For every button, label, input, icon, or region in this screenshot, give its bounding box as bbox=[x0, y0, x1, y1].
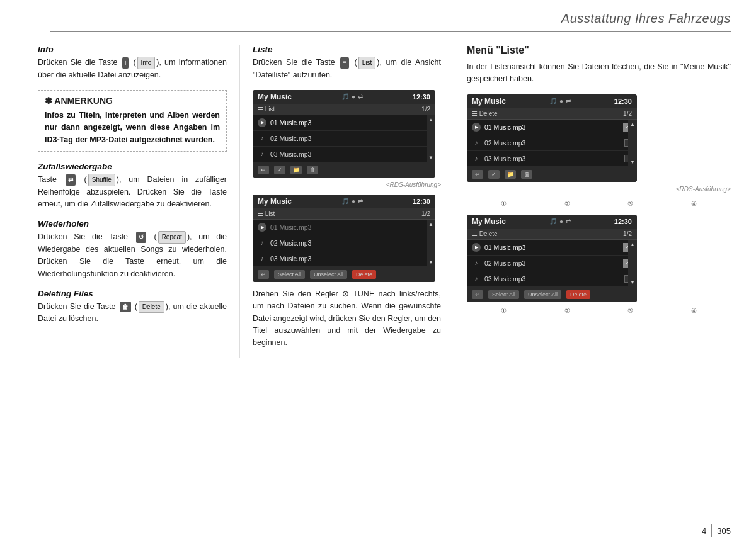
unselect-all-btn[interactable]: Unselect All bbox=[310, 270, 347, 279]
scroll-up-arrow2: ▲ bbox=[428, 222, 433, 227]
track-label: 02 Music.mp3 bbox=[270, 135, 311, 142]
deleting-body: Drücken Sie die Taste 🗑 (Delete), um die… bbox=[38, 301, 227, 325]
table-row: ▶ 01 Music.mp3 bbox=[253, 115, 435, 131]
screen2-footer: ↩ Select All Unselect All Delete bbox=[253, 267, 435, 282]
scrollbar[interactable]: ▲ ▼ bbox=[427, 115, 435, 162]
track-label: 02 Music.mp3 bbox=[484, 139, 525, 147]
music-icon2: ♪ bbox=[258, 239, 266, 247]
r2-play-icon: ▶ bbox=[472, 243, 481, 252]
r-folder-btn[interactable]: 📁 bbox=[505, 170, 516, 179]
check-btn[interactable]: ✓ bbox=[274, 166, 285, 174]
r2-wifi-icon: ● bbox=[559, 218, 563, 225]
deleting-title: Deleting Files bbox=[38, 289, 227, 298]
wiederholen-title: Wiederholen bbox=[38, 219, 227, 229]
r-screen1-icons: 🎵 ● ⇄ bbox=[549, 98, 571, 104]
screen2: My Music 🎵 ● ⇄ 12:30 ☰ List 1/2 ▶ 01 Mus bbox=[253, 195, 435, 282]
track-label: 01 Music.mp3 bbox=[484, 244, 525, 251]
r2-unselect-all-btn[interactable]: Unselect All bbox=[524, 290, 561, 299]
bt-icon2: 🎵 bbox=[341, 198, 349, 205]
r-scrollbar[interactable]: ▲ ▼ bbox=[628, 120, 637, 167]
scrollbar2[interactable]: ▲ ▼ bbox=[427, 220, 435, 267]
page-header: Ausstattung Ihres Fahrzeugs bbox=[0, 0, 756, 31]
list-icon: ≡ bbox=[340, 57, 349, 69]
screen1-time: 12:30 bbox=[413, 93, 430, 101]
back-btn[interactable]: ↩ bbox=[258, 166, 269, 174]
r-screen1-subheader: ☰ Delete 1/2 bbox=[467, 108, 637, 120]
screen1-icons: 🎵 ● ⇄ bbox=[341, 93, 363, 100]
scroll-down-arrow2: ▼ bbox=[428, 259, 433, 265]
table-row: ♪ 02 Music.mp3 ✓ bbox=[467, 256, 637, 271]
screen2-body: ▶ 01 Music.mp3 ♪ 02 Music.mp3 ♪ 03 Music… bbox=[253, 220, 435, 267]
screen1-title: My Music bbox=[258, 93, 292, 101]
r2-delete-btn[interactable]: Delete bbox=[566, 290, 590, 299]
scroll-down-arrow: ▼ bbox=[428, 155, 433, 161]
table-row: ♪ 02 Music.mp3 bbox=[253, 131, 435, 147]
r-screen2-title: My Music bbox=[472, 217, 506, 226]
back-btn2[interactable]: ↩ bbox=[258, 270, 269, 279]
wiederholen-body: Drücken Sie die Taste ↺ (Repeat), um die… bbox=[38, 231, 227, 280]
repeat-btn: Repeat bbox=[158, 231, 186, 244]
r-bt-icon: 🎵 bbox=[549, 98, 557, 104]
list-btn: List bbox=[358, 57, 376, 69]
delete-icon: 🗑 bbox=[120, 302, 131, 313]
anmerkung-body: Infos zu Titeln, Interpreten und Alben w… bbox=[45, 110, 220, 146]
footer-divider bbox=[711, 524, 712, 537]
table-row: ♪ 03 Music.mp3 bbox=[253, 147, 435, 162]
liste-body: Drücken Sie die Taste ≡ (List), um die A… bbox=[253, 57, 441, 81]
info-body: Drücken Sie die Taste i (Info), um Infor… bbox=[38, 57, 227, 81]
r-screen2-footer: ↩ Select All Unselect All Delete bbox=[467, 287, 637, 302]
label2-3: ③ bbox=[599, 307, 663, 314]
select-all-btn[interactable]: Select All bbox=[274, 270, 305, 279]
col-right: Menü "Liste" In der Listenansicht können… bbox=[454, 45, 731, 358]
track-label: 03 Music.mp3 bbox=[484, 155, 525, 162]
r2-scroll-down: ▼ bbox=[630, 279, 635, 285]
r2-signal-icon: ⇄ bbox=[566, 218, 571, 225]
play-icon2: ▶ bbox=[258, 223, 266, 232]
chapter-number: 4 bbox=[702, 526, 706, 536]
wifi-icon2: ● bbox=[352, 198, 355, 205]
bt-icon: 🎵 bbox=[341, 93, 349, 100]
r2-scrollbar[interactable]: ▲ ▼ bbox=[628, 240, 637, 287]
r-screen1-delete-label: ☰ Delete bbox=[472, 110, 498, 117]
track-label: 01 Music.mp3 bbox=[270, 119, 311, 127]
screen1-list-label: ☰ List bbox=[258, 106, 275, 113]
folder-btn[interactable]: 📁 bbox=[290, 166, 302, 174]
r-trash-btn[interactable]: 🗑 bbox=[521, 170, 532, 179]
info-icon: i bbox=[122, 57, 129, 69]
anmerkung-title: ✽ ANMERKUNG bbox=[45, 96, 220, 106]
track-label: 03 Music.mp3 bbox=[484, 275, 525, 283]
table-row: ▶ 01 Music.mp3 bbox=[253, 220, 435, 235]
r-check-btn[interactable]: ✓ bbox=[488, 170, 500, 179]
r-back-btn[interactable]: ↩ bbox=[472, 170, 483, 179]
screen2-subheader: ☰ List 1/2 bbox=[253, 208, 435, 220]
label-4: ④ bbox=[662, 200, 726, 207]
r2-select-all-btn[interactable]: Select All bbox=[488, 290, 519, 299]
bottom-text: Drehen Sie den Regler ⊙ TUNE nach links/… bbox=[253, 288, 441, 349]
r-screen2: My Music 🎵 ● ⇄ 12:30 ☰ Delete 1/2 ▶ 01 M bbox=[467, 215, 637, 302]
r-screen2-body: ▶ 01 Music.mp3 ✓ ♪ 02 Music.mp3 ✓ ♪ 03 M… bbox=[467, 240, 637, 287]
track-label: 02 Music.mp3 bbox=[484, 259, 525, 267]
r2-back-btn[interactable]: ↩ bbox=[472, 290, 483, 299]
page-footer: 4 305 bbox=[0, 519, 756, 542]
r-signal-icon: ⇄ bbox=[566, 98, 571, 104]
label-1: ① bbox=[472, 200, 536, 207]
r-screen2-delete-label: ☰ Delete bbox=[472, 230, 498, 237]
r-music-icon2: ♪ bbox=[472, 154, 481, 163]
r-screen2-header: My Music 🎵 ● ⇄ 12:30 bbox=[467, 215, 637, 229]
r-screen1: My Music 🎵 ● ⇄ 12:30 ☰ Delete 1/2 ▶ 01 M bbox=[467, 94, 637, 182]
zufalls-title: Zufallswiedergabe bbox=[38, 162, 227, 171]
trash-btn[interactable]: 🗑 bbox=[307, 166, 318, 174]
zufalls-body: Taste ⇄ (Shuffle), um Dateien in zufälli… bbox=[38, 174, 227, 210]
scroll-up-arrow: ▲ bbox=[428, 117, 433, 123]
r-wifi-icon: ● bbox=[559, 98, 563, 104]
label2-1: ① bbox=[472, 307, 536, 314]
info-title: Info bbox=[38, 45, 227, 54]
table-row: ♪ 03 Music.mp3 bbox=[253, 251, 435, 267]
r-labels1: ① ② ③ ④ bbox=[467, 199, 731, 208]
r-screen2-page: 1/2 bbox=[623, 230, 632, 237]
r-rds-caption1: <RDS-Ausführung> bbox=[467, 186, 731, 193]
main-content: Info Drücken Sie die Taste i (Info), um … bbox=[0, 32, 756, 371]
r-screen1-page: 1/2 bbox=[623, 110, 632, 117]
delete-btn2[interactable]: Delete bbox=[352, 270, 376, 279]
screen2-title: My Music bbox=[258, 197, 292, 206]
